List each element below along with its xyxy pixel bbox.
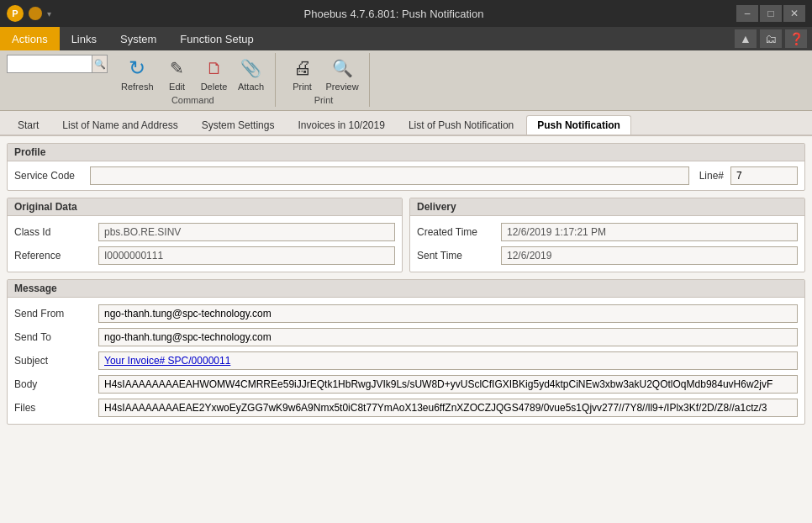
menu-bar-right: ▲ 🗂 ❓ [735,27,812,50]
tabs: Start List of Name and Address System Se… [0,111,812,136]
profile-section: Profile Service Code Line# [7,143,805,191]
search-button[interactable]: 🔍 [92,55,107,72]
two-col-section: Original Data Class Id Reference Deliver… [7,198,805,272]
maximize-button[interactable]: □ [760,5,782,22]
print-buttons: 🖨 Print 🔍 Preview [286,53,362,93]
class-id-label: Class Id [14,226,98,238]
edit-icon: ✎ [164,55,191,82]
reference-label: Reference [14,250,98,262]
profile-row: Service Code Line# [8,161,804,190]
delivery-body: Created Time Sent Time [410,216,804,272]
toolbar: 🔍 ↻ Refresh ✎ Edit 🗋 Delete 📎 Attach Com… [0,50,812,111]
main-content: Profile Service Code Line# Original Data… [0,136,812,523]
command-group: ↻ Refresh ✎ Edit 🗋 Delete 📎 Attach Comma… [111,53,276,107]
line-input[interactable] [730,166,798,185]
delivery-title: Delivery [410,198,804,216]
send-from-input[interactable] [98,304,798,323]
reference-input[interactable] [98,246,395,265]
app-logo2 [29,7,42,20]
body-label: Body [14,378,98,390]
service-code-label: Service Code [14,170,90,182]
class-id-row: Class Id [14,223,395,241]
files-label: Files [14,402,98,414]
title-bar: P ▾ Phoebus 4.7.6.801: Push Notification… [0,0,812,27]
sent-time-row: Sent Time [417,246,798,265]
refresh-label: Refresh [121,82,154,92]
menu-up-button[interactable]: ▲ [735,29,757,48]
files-row: Files [14,399,798,417]
class-id-input[interactable] [98,223,395,241]
toolbar-search: 🔍 [7,55,108,73]
refresh-icon: ↻ [124,55,150,82]
line-label: Line# [699,170,724,182]
menu-function-setup[interactable]: Function Setup [168,27,265,50]
menu-actions[interactable]: Actions [0,27,60,50]
window-title: Phoebus 4.7.6.801: Push Notification [51,8,736,20]
search-input[interactable] [8,58,92,70]
edit-label: Edit [169,82,185,92]
app-logo: P [7,5,24,22]
attach-button[interactable]: 📎 Attach [235,53,268,93]
menu-help-button[interactable]: ❓ [785,29,807,48]
command-group-label: Command [171,95,214,107]
tab-name-address[interactable]: List of Name and Address [51,115,188,135]
attach-label: Attach [238,82,264,92]
minimize-button[interactable]: – [736,5,758,22]
send-from-row: Send From [14,304,798,323]
send-from-label: Send From [14,308,98,320]
files-input[interactable] [98,399,798,417]
subject-label: Subject [14,355,98,367]
send-to-input[interactable] [98,328,798,346]
delete-button[interactable]: 🗋 Delete [198,53,231,93]
created-time-input[interactable] [501,223,798,241]
tab-list-push-notification[interactable]: List of Push Notification [398,115,525,135]
preview-label: Preview [326,82,359,92]
message-title: Message [8,280,804,298]
tab-invoices[interactable]: Invoices in 10/2019 [287,115,395,135]
preview-icon: 🔍 [329,55,356,82]
created-time-row: Created Time [417,223,798,241]
menu-bar: Actions Links System Function Setup ▲ 🗂 … [0,27,812,50]
title-bar-left: P ▾ [7,5,51,22]
menu-system[interactable]: System [108,27,168,50]
refresh-button[interactable]: ↻ Refresh [118,53,157,93]
tab-push-notification[interactable]: Push Notification [526,115,631,135]
original-data-section: Original Data Class Id Reference [7,198,403,272]
preview-button[interactable]: 🔍 Preview [323,53,362,93]
tab-system-settings[interactable]: System Settings [191,115,286,135]
tab-start[interactable]: Start [7,115,50,135]
command-buttons: ↻ Refresh ✎ Edit 🗋 Delete 📎 Attach [118,53,268,93]
subject-input[interactable] [98,351,798,370]
original-data-body: Class Id Reference [8,216,402,272]
delete-label: Delete [201,82,228,92]
created-time-label: Created Time [417,226,501,238]
print-button[interactable]: 🖨 Print [286,53,319,93]
print-group-label: Print [314,95,334,107]
sent-time-input[interactable] [501,246,798,265]
edit-button[interactable]: ✎ Edit [161,53,194,93]
print-label: Print [293,82,312,92]
send-to-row: Send To [14,328,798,346]
body-input[interactable] [98,375,798,394]
menu-links[interactable]: Links [60,27,108,50]
body-row: Body [14,375,798,394]
subject-row: Subject [14,351,798,370]
service-code-input[interactable] [90,166,689,185]
close-button[interactable]: ✕ [783,5,805,22]
delivery-section: Delivery Created Time Sent Time [409,198,805,272]
message-body: Send From Send To Subject Body Files [8,298,804,424]
print-icon: 🖨 [289,55,316,82]
message-section: Message Send From Send To Subject Body F… [7,279,805,425]
print-group: 🖨 Print 🔍 Preview Print [279,53,370,107]
attach-icon: 📎 [238,55,265,82]
reference-row: Reference [14,246,395,265]
profile-title: Profile [8,144,804,161]
window-controls: – □ ✕ [736,5,805,22]
menu-folder-button[interactable]: 🗂 [760,29,782,48]
send-to-label: Send To [14,331,98,343]
sent-time-label: Sent Time [417,250,501,262]
delete-icon: 🗋 [201,55,228,82]
original-data-title: Original Data [8,198,402,216]
